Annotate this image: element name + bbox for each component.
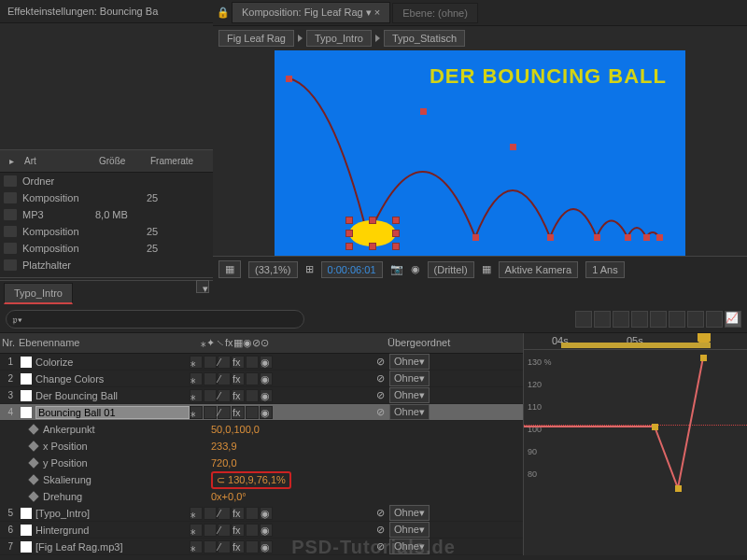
layer-color-icon[interactable] — [21, 508, 32, 519]
views-dropdown[interactable]: 1 Ans — [585, 261, 625, 278]
switch-shy[interactable]: ⁎ — [190, 540, 203, 553]
switch-fx2[interactable]: fx — [232, 389, 245, 402]
keyframe-nav-icon[interactable] — [28, 457, 38, 468]
switch-fx[interactable]: ∕ — [218, 524, 231, 537]
project-header-icon[interactable]: ▸ — [2, 154, 17, 168]
camera-dropdown[interactable]: Aktive Kamera — [499, 261, 579, 278]
switch-adj[interactable]: ◉ — [260, 524, 273, 537]
keyframe-nav-icon[interactable] — [28, 491, 38, 501]
layer-color-icon[interactable] — [21, 357, 32, 368]
switch-mb[interactable] — [246, 389, 259, 402]
layer-row[interactable]: 3Der Bouncing Ball⁎∕fx◉⊘Ohne▾ — [0, 387, 523, 404]
transform-property-row[interactable]: Ankerpunkt50,0,100,0 — [0, 421, 523, 438]
switch-fx2[interactable]: fx — [232, 524, 245, 537]
property-value[interactable]: ⊂ 130,9,76,1% — [211, 471, 291, 489]
switch-solo[interactable] — [204, 406, 217, 419]
switch-fx2[interactable]: fx — [232, 372, 245, 385]
project-row[interactable]: Platzhalter — [0, 257, 213, 273]
project-row[interactable]: Ordner — [0, 173, 213, 189]
switch-adj[interactable]: ◉ — [260, 540, 273, 553]
breadcrumb-item[interactable]: Typo_Intro — [306, 30, 372, 47]
switch-shy[interactable]: ⁎ — [190, 406, 203, 419]
switch-solo[interactable] — [204, 507, 217, 520]
switch-fx[interactable]: ∕ — [218, 406, 231, 419]
layer-color-icon[interactable] — [21, 373, 32, 385]
tl-tool-7[interactable] — [687, 311, 704, 328]
keyframe-nav-icon[interactable] — [28, 424, 38, 434]
parent-pickwhip-icon[interactable]: ⊘ — [376, 406, 389, 418]
property-value[interactable]: 50,0,100,0 — [211, 424, 260, 435]
layer-name[interactable]: Change Colors — [35, 373, 190, 385]
breadcrumb-item[interactable]: Typo_Statisch — [384, 30, 465, 47]
switch-solo[interactable] — [204, 389, 217, 402]
switch-mb[interactable] — [246, 524, 259, 537]
zoom-dropdown[interactable]: (33,1%) — [248, 261, 298, 278]
tl-tool-8[interactable] — [706, 311, 723, 328]
tl-tool-3[interactable] — [613, 311, 629, 328]
keyframe-nav-icon[interactable] — [28, 441, 38, 451]
layer-name[interactable]: Colorize — [35, 357, 190, 368]
keyframe-nav-icon[interactable] — [28, 474, 38, 484]
tl-tool-4[interactable] — [631, 311, 648, 328]
switch-shy[interactable]: ⁎ — [190, 372, 203, 385]
layer-color-icon[interactable] — [21, 407, 32, 418]
tl-tool-1[interactable] — [575, 311, 592, 328]
parent-dropdown[interactable]: Ohne▾ — [389, 404, 430, 420]
lock-icon[interactable]: 🔒 — [217, 7, 230, 19]
tl-tool-2[interactable] — [594, 311, 611, 328]
switch-shy[interactable]: ⁎ — [190, 507, 203, 520]
switch-fx[interactable]: ∕ — [218, 356, 231, 369]
layer-name[interactable]: Hintergrund — [35, 525, 190, 536]
parent-dropdown[interactable]: Ohne▾ — [389, 522, 430, 538]
switch-fx2[interactable]: fx — [232, 507, 245, 520]
switch-mb[interactable] — [246, 372, 259, 385]
switch-fx2[interactable]: fx — [232, 406, 245, 419]
switch-fx2[interactable]: fx — [232, 356, 245, 369]
project-footer-dd[interactable]: ▾ — [196, 280, 209, 293]
property-value[interactable]: 233,9 — [211, 441, 237, 452]
resolution-icon[interactable]: ⊞ — [305, 263, 314, 275]
work-area-bar[interactable] — [561, 343, 711, 348]
tl-tool-5[interactable] — [650, 311, 667, 328]
parent-pickwhip-icon[interactable]: ⊘ — [376, 524, 389, 536]
project-row[interactable]: Komposition25 — [0, 189, 213, 206]
preview-mode-dropdown[interactable]: (Drittel) — [428, 261, 474, 278]
layer-name[interactable]: Der Bouncing Ball — [35, 390, 190, 401]
col-type[interactable]: Art — [17, 154, 92, 168]
switch-shy[interactable]: ⁎ — [190, 356, 203, 369]
property-value[interactable]: 0x+0,0° — [211, 491, 247, 502]
switch-shy[interactable]: ⁎ — [190, 389, 203, 402]
layer-tab[interactable]: Ebene: (ohne) — [392, 3, 478, 23]
layer-row[interactable]: 1Colorize⁎∕fx◉⊘Ohne▾ — [0, 354, 523, 371]
parent-dropdown[interactable]: Ohne▾ — [389, 354, 430, 370]
col-size[interactable]: Größe — [92, 154, 143, 168]
layer-color-icon[interactable] — [21, 541, 32, 553]
switch-solo[interactable] — [204, 356, 217, 369]
layer-name[interactable]: [Typo_Intro] — [35, 508, 190, 519]
transform-property-row[interactable]: Drehung0x+0,0° — [0, 488, 523, 505]
parent-pickwhip-icon[interactable]: ⊘ — [376, 356, 389, 368]
switch-adj[interactable]: ◉ — [260, 507, 273, 520]
parent-dropdown[interactable]: Ohne▾ — [389, 387, 430, 403]
layer-name[interactable]: Bouncing Ball 01 — [35, 406, 190, 419]
layer-row[interactable]: 4Bouncing Ball 01⁎∕fx◉⊘Ohne▾ — [0, 404, 523, 421]
parent-pickwhip-icon[interactable]: ⊘ — [376, 507, 389, 519]
col-framerate[interactable]: Framerate — [143, 154, 201, 168]
timeline-ruler[interactable]: 04s 05s 0 — [524, 333, 747, 350]
layer-name[interactable]: [Fig Leaf Rag.mp3] — [35, 541, 190, 553]
layer-color-icon[interactable] — [21, 390, 32, 401]
property-value[interactable]: 720,0 — [211, 457, 237, 469]
parent-pickwhip-icon[interactable]: ⊘ — [376, 389, 389, 401]
switch-mb[interactable] — [246, 540, 259, 553]
switch-adj[interactable]: ◉ — [260, 372, 273, 385]
timeline-search-input[interactable] — [6, 310, 304, 329]
transform-property-row[interactable]: x Position233,9 — [0, 438, 523, 455]
transform-property-row[interactable]: Skalierung⊂ 130,9,76,1% — [0, 471, 523, 488]
layer-row[interactable]: 5[Typo_Intro]⁎∕fx◉⊘Ohne▾ — [0, 505, 523, 522]
parent-dropdown[interactable]: Ohne▾ — [389, 505, 430, 521]
toggle-mask-icon[interactable]: ▦ — [482, 263, 491, 275]
composition-canvas[interactable]: DER BOUNCING BALL — [275, 50, 685, 256]
transform-property-row[interactable]: y Position720,0 — [0, 455, 523, 471]
bouncing-ball-shape[interactable] — [349, 220, 396, 246]
layer-color-icon[interactable] — [21, 525, 32, 536]
